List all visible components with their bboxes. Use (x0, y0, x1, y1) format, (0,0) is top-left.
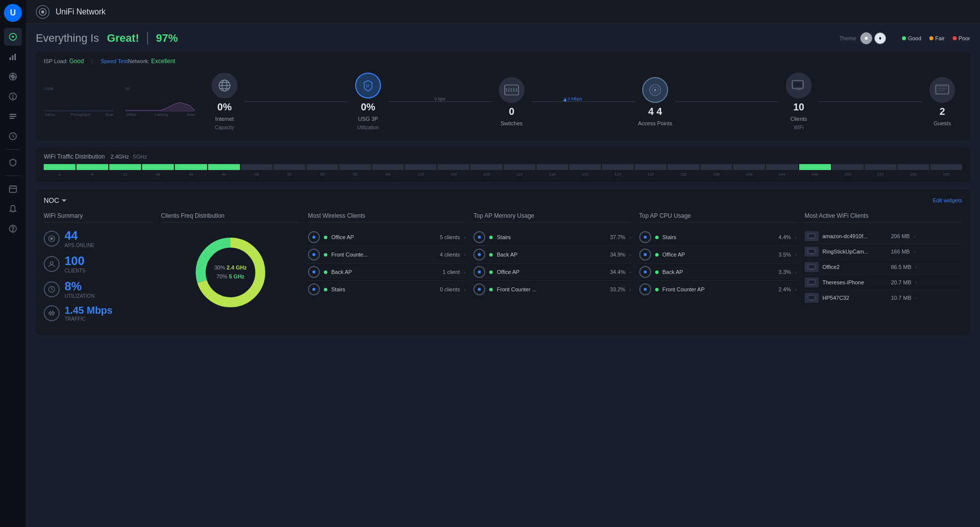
channel-bar-64 (372, 164, 404, 170)
edit-widgets-link[interactable]: Edit widgets (933, 197, 962, 203)
most-active-item[interactable]: RingStickUpCam... 166 MB › (805, 244, 962, 260)
channel-bar-165 (930, 164, 962, 170)
clients-summary-icon (44, 256, 60, 272)
sidebar-item-notifications[interactable] (4, 200, 22, 218)
channel-bar-48 (241, 164, 273, 170)
client-name: Back AP (497, 252, 606, 258)
channel-label-157: 157 (865, 172, 897, 176)
sidebar-item-security[interactable] (4, 154, 22, 172)
legend-good-dot (902, 36, 906, 40)
network-label: Network: (128, 58, 149, 64)
sidebar-item-help[interactable] (4, 220, 22, 238)
noc-dropdown-icon[interactable] (61, 197, 67, 203)
client-radio-inner (644, 270, 647, 273)
most-active-item[interactable]: HP547C32 10.7 MB › (805, 290, 962, 305)
channel-bar-52 (274, 164, 305, 170)
theme-dark-btn[interactable] (874, 32, 886, 44)
client-radio-inner (644, 253, 647, 256)
most-active-item[interactable]: Office2 86.5 MB › (805, 260, 962, 275)
sidebar-item-dashboard[interactable] (4, 28, 22, 46)
client-name: Stairs (497, 234, 606, 240)
client-radio (308, 283, 320, 295)
sidebar-item-topology[interactable] (4, 68, 22, 86)
svg-rect-55 (808, 234, 815, 238)
legend-poor: Poor (953, 35, 970, 41)
status-prefix: Everything Is (36, 32, 99, 45)
svg-point-1 (12, 36, 14, 38)
most-wireless-item[interactable]: Front Counte... 4 clients › (308, 246, 465, 264)
client-value: 4.4% (778, 234, 791, 240)
top-ap-memory-item[interactable]: Back AP 34.9% › (473, 246, 631, 264)
top-ap-cpu-item[interactable]: Front Counter AP 2.4% › (639, 281, 797, 298)
channel-label-153: 153 (832, 172, 864, 176)
channel-bar-116 (536, 164, 568, 170)
client-name: Back AP (331, 269, 439, 275)
client-status-dot (489, 236, 493, 239)
svg-rect-35 (511, 88, 512, 92)
device-icon (805, 277, 819, 287)
noc-section: NOC Edit widgets WiFi Summary (36, 189, 970, 335)
network-topology: 100M -24hrs Throughput Now (44, 69, 962, 134)
svg-rect-61 (808, 264, 815, 269)
client-name: Stairs (331, 286, 436, 292)
channel-bar-128 (635, 164, 667, 170)
channel-label-100: 100 (405, 172, 437, 176)
traffic-value: 1.45 Mbps (65, 305, 113, 316)
clients-icon (786, 73, 812, 98)
legend-fair-label: Fair (935, 35, 945, 41)
band-2g-tab[interactable]: 2.4GHz (110, 154, 129, 160)
most-active-item[interactable]: Thereses-iPhone 20.7 MB › (805, 275, 962, 290)
client-radio (639, 283, 651, 295)
client-status-dot (324, 288, 327, 291)
theme-light-btn[interactable] (860, 32, 872, 44)
latency-start: -24hrs (125, 112, 137, 117)
sidebar: U (0, 0, 26, 527)
sidebar-item-list[interactable] (4, 107, 22, 125)
client-name: Front Counter AP (663, 286, 775, 292)
most-wireless-item[interactable]: Back AP 1 client › (308, 264, 465, 281)
speed-test-link[interactable]: Speed Test (101, 58, 128, 64)
top-ap-cpu-item[interactable]: Stairs 4.4% › (639, 229, 797, 246)
channel-bar-56 (306, 164, 338, 170)
sidebar-item-insights[interactable] (4, 127, 22, 145)
channel-label-48: 48 (241, 172, 273, 176)
sidebar-item-alerts[interactable] (4, 88, 22, 105)
most-active-item[interactable]: amazon-dc4910f... 206 MB › (805, 229, 962, 244)
svg-rect-63 (811, 269, 813, 269)
svg-rect-58 (808, 249, 815, 254)
clients-value-widget: 100 (65, 254, 85, 268)
top-ap-cpu-title: Top AP CPU Usage (639, 212, 797, 223)
band-5g-tab[interactable]: 5GHz (133, 154, 147, 160)
client-name: Front Counter ... (497, 286, 606, 292)
channel-bar-136 (700, 164, 732, 170)
most-wireless-item[interactable]: Office AP 5 clients › (308, 229, 465, 246)
most-wireless-list: Office AP 5 clients › Front Counte... 4 … (308, 229, 465, 298)
usg-sub: Utilization (357, 125, 378, 130)
top-ap-memory-item[interactable]: Front Counter ... 33.2% › (473, 281, 631, 298)
aps-online-label: APS ONLINE (65, 243, 94, 248)
topo-line-2: 0 bps (388, 101, 492, 102)
legend-fair-dot (929, 36, 933, 40)
svg-rect-15 (9, 186, 16, 192)
client-name: Stairs (663, 234, 775, 240)
sidebar-item-statistics[interactable] (4, 48, 22, 66)
active-client-name: amazon-dc4910f... (823, 233, 887, 239)
top-ap-cpu-item[interactable]: Back AP 3.3% › (639, 264, 797, 281)
svg-point-21 (12, 230, 13, 231)
svg-rect-25 (44, 87, 113, 111)
wifi-summary-widget: WiFi Summary 44 APS ONLINE (44, 212, 153, 328)
top-ap-memory-item[interactable]: Office AP 34.4% › (473, 264, 631, 281)
ubiquiti-logo[interactable]: U (4, 4, 22, 22)
svg-point-49 (51, 238, 53, 240)
most-wireless-item[interactable]: Stairs 0 clients › (308, 281, 465, 298)
internet-sub: Capacity (215, 125, 234, 130)
client-radio (473, 231, 485, 243)
svg-rect-60 (811, 254, 813, 254)
top-ap-cpu-item[interactable]: Office AP 3.5% › (639, 246, 797, 264)
client-radio-inner (312, 253, 315, 256)
top-ap-memory-item[interactable]: Stairs 37.7% › (473, 229, 631, 246)
network-overview: ISP Load: Good | Speed Test Network: Exc… (36, 52, 970, 140)
sidebar-item-schedule[interactable] (4, 180, 22, 198)
channel-bar-124 (602, 164, 634, 170)
isp-label: ISP Load: (44, 58, 68, 64)
